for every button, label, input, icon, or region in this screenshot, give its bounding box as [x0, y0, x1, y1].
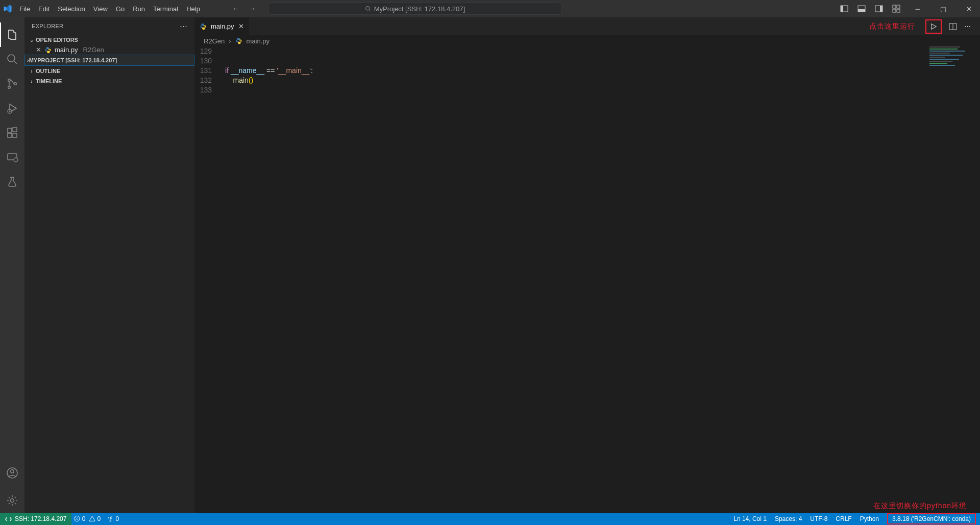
- breadcrumb[interactable]: R2Gen › main.py: [194, 35, 980, 46]
- chevron-right-icon: ›: [28, 68, 36, 74]
- open-editor-folder: R2Gen: [83, 46, 104, 54]
- open-editors-label: OPEN EDITORS: [36, 37, 78, 43]
- split-editor-icon[interactable]: [949, 22, 957, 31]
- minimap[interactable]: [929, 46, 973, 77]
- open-editor-item[interactable]: ✕ main.py R2Gen: [24, 45, 194, 55]
- warning-icon: [89, 515, 95, 522]
- svg-point-26: [11, 470, 14, 473]
- window-minimize-icon[interactable]: ─: [910, 5, 926, 13]
- outline-label: OUTLINE: [36, 68, 60, 74]
- code-content[interactable]: if __name__ == '__main__': main(): [225, 46, 313, 95]
- code-editor[interactable]: 129 130 131 132 133 if __name__ == '__ma…: [194, 46, 980, 513]
- close-file-icon[interactable]: ✕: [36, 46, 41, 54]
- svg-rect-22: [13, 128, 17, 132]
- tab-close-icon[interactable]: ✕: [238, 22, 244, 30]
- menu-help[interactable]: Help: [182, 3, 204, 15]
- timeline-section[interactable]: › TIMELINE: [24, 76, 194, 86]
- activity-source-control-icon[interactable]: [0, 71, 24, 96]
- status-ports[interactable]: 0: [107, 515, 119, 522]
- line-number: 132: [194, 76, 220, 85]
- activity-settings-icon[interactable]: [0, 488, 24, 513]
- nav-back-icon[interactable]: ←: [232, 5, 239, 13]
- python-file-icon: [44, 46, 52, 54]
- command-center-text: MyProject [SSH: 172.18.4.207]: [374, 5, 465, 13]
- svg-point-27: [11, 499, 14, 503]
- activity-testing-icon[interactable]: [0, 170, 24, 194]
- svg-point-14: [8, 79, 11, 82]
- breadcrumb-folder[interactable]: R2Gen: [204, 37, 225, 45]
- status-encoding[interactable]: UTF-8: [810, 515, 827, 522]
- python-file-icon: [200, 23, 207, 30]
- status-cursor[interactable]: Ln 14, Col 1: [733, 515, 767, 522]
- svg-point-15: [8, 86, 11, 89]
- status-bar: SSH: 172.18.4.207 0 0 0 Ln 14, Col 1 Spa…: [0, 513, 980, 525]
- play-icon: [930, 23, 937, 30]
- status-python-interpreter[interactable]: 3.8.18 ('R2GenCMN': conda): [887, 513, 976, 524]
- status-problems[interactable]: 0 0: [74, 515, 101, 522]
- line-gutter: 129 130 131 132 133: [194, 46, 220, 95]
- svg-rect-5: [858, 9, 865, 12]
- svg-point-16: [14, 83, 17, 85]
- remote-icon: [5, 516, 12, 522]
- menu-view[interactable]: View: [89, 3, 112, 15]
- svg-marker-28: [932, 23, 937, 29]
- activity-extensions-icon[interactable]: [0, 121, 24, 145]
- activity-search-icon[interactable]: [0, 47, 24, 71]
- window-maximize-icon[interactable]: ▢: [935, 5, 951, 13]
- outline-section[interactable]: › OUTLINE: [24, 66, 194, 76]
- title-bar: File Edit Selection View Go Run Terminal…: [0, 0, 980, 17]
- status-language[interactable]: Python: [860, 515, 879, 522]
- explorer-header: EXPLORER ⋯: [24, 17, 194, 35]
- activity-remote-icon[interactable]: [0, 145, 24, 170]
- menu-go[interactable]: Go: [112, 3, 129, 15]
- line-number: 131: [194, 66, 220, 76]
- explorer-more-icon[interactable]: ⋯: [180, 21, 187, 31]
- error-icon: [74, 515, 80, 522]
- project-section[interactable]: › MYPROJECT [SSH: 172.18.4.207]: [24, 55, 194, 66]
- layout-primary-icon[interactable]: [840, 5, 848, 13]
- menu-selection[interactable]: Selection: [54, 3, 89, 15]
- breadcrumb-file[interactable]: main.py: [247, 37, 270, 45]
- open-editors-section[interactable]: ⌄ OPEN EDITORS: [24, 35, 194, 45]
- activity-debug-icon[interactable]: [0, 96, 24, 121]
- explorer-title: EXPLORER: [32, 23, 63, 29]
- layout-panel-icon[interactable]: [857, 5, 866, 13]
- status-left: SSH: 172.18.4.207 0 0 0: [4, 513, 119, 525]
- radio-tower-icon: [107, 515, 114, 522]
- menu-run[interactable]: Run: [129, 3, 149, 15]
- menu-file[interactable]: File: [15, 3, 34, 15]
- line-number: 129: [194, 46, 220, 56]
- svg-rect-7: [880, 6, 883, 12]
- menu-edit[interactable]: Edit: [34, 3, 54, 15]
- nav-arrows: ← →: [232, 5, 256, 13]
- activity-explorer-icon[interactable]: [0, 22, 24, 47]
- annotation-switch-env: 在这里切换你的python环境: [873, 502, 967, 511]
- command-center[interactable]: MyProject [SSH: 172.18.4.207]: [268, 3, 562, 15]
- explorer-sidebar: EXPLORER ⋯ ⌄ OPEN EDITORS ✕ main.py R2Ge…: [24, 17, 194, 513]
- layout-customize-icon[interactable]: [892, 5, 900, 13]
- svg-line-1: [369, 10, 371, 11]
- svg-rect-9: [897, 5, 900, 8]
- title-right: ─ ▢ ✕: [840, 5, 977, 13]
- status-remote[interactable]: SSH: 172.18.4.207: [0, 513, 71, 525]
- activity-account-icon[interactable]: [0, 461, 24, 485]
- editor-tabs: main.py ✕ 点击这里运行 ⋯: [194, 17, 980, 35]
- line-number: 133: [194, 85, 220, 95]
- tab-more-icon[interactable]: ⋯: [964, 22, 971, 30]
- menu-bar: File Edit Selection View Go Run Terminal…: [15, 3, 204, 15]
- status-eol[interactable]: CRLF: [836, 515, 851, 522]
- python-file-icon: [235, 37, 242, 44]
- nav-forward-icon[interactable]: →: [249, 5, 256, 13]
- svg-point-24: [14, 158, 18, 162]
- tab-actions: 点击这里运行 ⋯: [869, 17, 980, 35]
- svg-rect-3: [841, 6, 843, 12]
- menu-terminal[interactable]: Terminal: [149, 3, 182, 15]
- status-right: Ln 14, Col 1 Spaces: 4 UTF-8 CRLF Python…: [733, 513, 976, 524]
- svg-rect-19: [8, 128, 12, 132]
- status-indent[interactable]: Spaces: 4: [775, 515, 802, 522]
- window-close-icon[interactable]: ✕: [961, 5, 977, 13]
- tab-main-py[interactable]: main.py ✕: [194, 17, 249, 35]
- activity-bar: [0, 17, 24, 513]
- run-button[interactable]: [925, 19, 942, 34]
- layout-secondary-icon[interactable]: [875, 5, 883, 13]
